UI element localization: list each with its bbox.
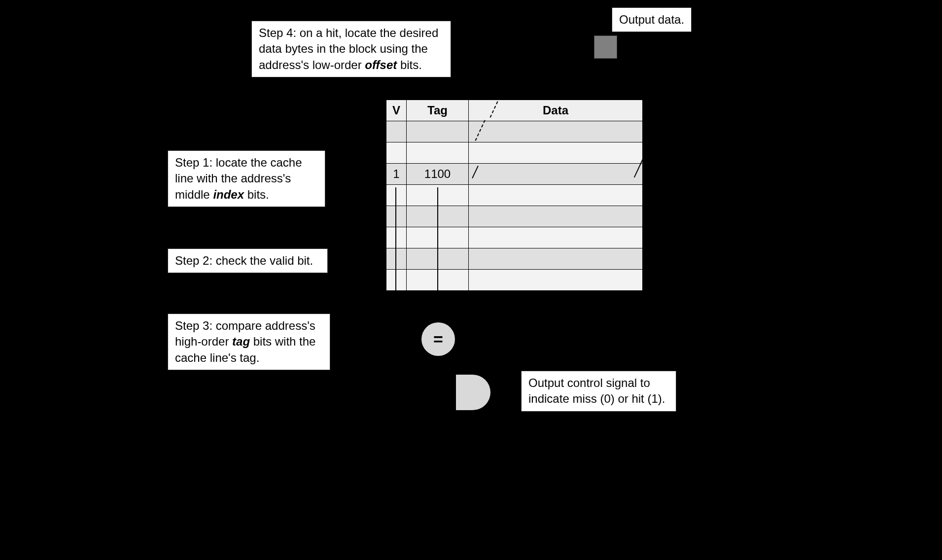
cell-data [469,206,643,227]
wire-line [437,187,438,296]
cell-v [386,142,407,164]
cell-data [469,164,643,185]
table-row: 11100 [386,164,643,185]
cell-data [469,121,643,142]
cell-data [469,142,643,164]
cell-v [386,248,407,270]
cell-data [469,185,643,206]
cache-table: V Tag Data 11100 [386,100,643,291]
output-data-byte-icon [594,35,617,59]
output-data-label: Output data. [612,7,692,32]
table-row [386,121,643,142]
and-gate-icon [456,375,490,410]
step1-post: bits. [244,188,269,201]
header-v: V [386,100,407,121]
table-row [386,185,643,206]
cell-tag [407,121,469,142]
cell-v [386,206,407,227]
step2-box: Step 2: check the valid bit. [168,248,328,273]
header-tag: Tag [407,100,469,121]
step1-bold: index [213,188,244,201]
step3-box: Step 3: compare address's high-order tag… [168,314,330,370]
table-row [386,206,643,227]
table-row [386,270,643,291]
wire-line [395,187,396,296]
cell-v [386,121,407,142]
table-row [386,248,643,270]
step4-bold: offset [365,58,397,71]
step4-post: bits. [397,58,422,71]
table-row [386,227,643,248]
cell-data [469,270,643,291]
cell-data [469,227,643,248]
table-header-row: V Tag Data [386,100,643,121]
cell-tag [407,142,469,164]
cell-tag: 1100 [407,164,469,185]
cell-v [386,270,407,291]
step3-bold: tag [232,335,250,348]
comparator-icon: = [421,322,455,356]
step4-box: Step 4: on a hit, locate the desired dat… [251,21,451,77]
cell-data [469,248,643,270]
cell-v [386,185,407,206]
table-row [386,142,643,164]
cell-v [386,227,407,248]
cell-v: 1 [386,164,407,185]
step1-box: Step 1: locate the cache line with the a… [168,150,325,207]
output-signal-box: Output control signal to indicate miss (… [521,371,676,412]
